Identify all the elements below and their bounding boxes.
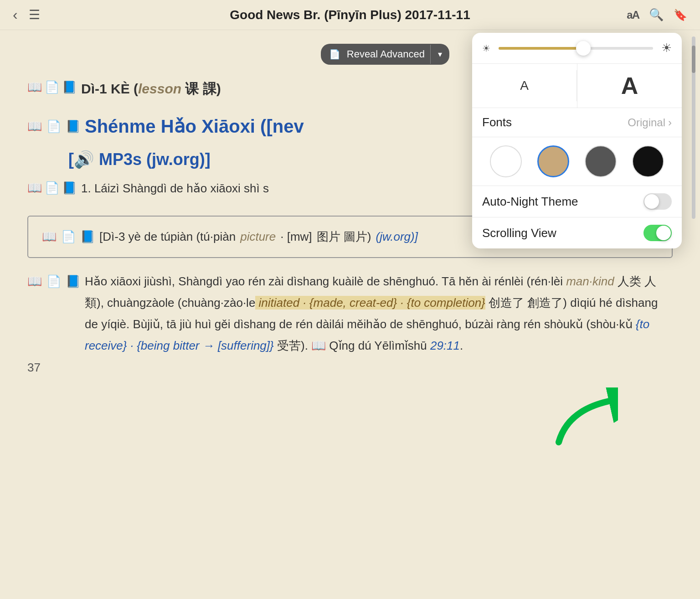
brightness-track[interactable] (499, 47, 653, 50)
para-text-5: . (460, 339, 463, 352)
para-page-icon: 📄 (46, 271, 61, 292)
para-text-4: ). 📖 Qǐng dú Yēlìmǐshū (301, 339, 427, 352)
box-book-icon: 📖 (42, 227, 57, 247)
theme-black-button[interactable] (632, 145, 664, 177)
auto-night-row: Auto-Night Theme (472, 186, 682, 217)
header-left: ‹ ☰ (13, 6, 40, 23)
book-icon-2: 📖 (27, 118, 42, 135)
list-button[interactable]: ☰ (29, 7, 40, 22)
reveal-dropdown-arrow[interactable]: ▾ (430, 45, 449, 64)
lesson-link[interactable]: lesson (138, 81, 181, 96)
para-highlight[interactable]: initiated · {made, creat-ed} · {to compl… (255, 296, 485, 310)
header-right: aA 🔍 🔖 (627, 8, 687, 22)
back-button[interactable]: ‹ (13, 6, 18, 23)
fonts-label: Fonts (482, 115, 512, 129)
auto-night-label: Auto-Night Theme (482, 195, 578, 209)
bookmark-button[interactable]: 🔖 (674, 9, 687, 21)
display-settings-popup: ☀ ☀ A A Fonts Original › Auto-Night Them… (472, 33, 682, 248)
fonts-row[interactable]: Fonts Original › (472, 108, 682, 137)
para-bible-ref[interactable]: 29:11 (427, 339, 460, 352)
auto-night-toggle[interactable] (643, 193, 672, 210)
search-button[interactable]: 🔍 (649, 8, 664, 22)
themes-row (472, 137, 682, 186)
para-link-1[interactable]: man·kind (563, 274, 614, 288)
paragraph-section: 📖 📄 📘 Hǎo xiāoxi jiùshì, Shàngdì yao rén… (27, 271, 673, 375)
fonts-arrow: › (668, 116, 672, 129)
auto-night-toggle-thumb (644, 194, 659, 209)
scrolling-view-toggle-thumb (656, 226, 671, 240)
scrollbar[interactable] (692, 36, 695, 219)
green-arrow-indicator (554, 387, 618, 453)
theme-dark-button[interactable] (585, 145, 617, 177)
reveal-advanced-button[interactable]: 📄 Reveal Advanced ▾ (321, 44, 449, 65)
font-decrease-button[interactable]: A (472, 70, 577, 101)
para-text: Hǎo xiāoxi jiùshì, Shàngdì yao rén zài d… (85, 271, 673, 356)
header: ‹ ☰ Good News Br. (Pīnyīn Plus) 2017-11-… (0, 0, 700, 30)
lesson-text: Dì-1 KÈ ( (81, 81, 138, 96)
font-increase-button[interactable]: A (577, 64, 682, 108)
item-text-1: 1. Láizì Shàngdì de hǎo xiāoxi shì s (81, 179, 269, 198)
brightness-thumb[interactable] (576, 41, 591, 56)
para-chars-2: 创造了 創造了 (485, 296, 563, 310)
box-link-word[interactable]: picture (240, 227, 276, 247)
page-icon-2: 📄 (46, 118, 61, 135)
row-icons: 📖 📄 📘 (27, 78, 77, 96)
box-mw: · [mw] (280, 227, 312, 247)
reveal-advanced-label: Reveal Advanced (344, 44, 427, 65)
page-number: 37 (27, 361, 673, 375)
box-blue-book-icon: 📘 (80, 227, 95, 247)
para-text-1: Hǎo xiāoxi jiùshì, Shàngdì yao rén zài d… (85, 274, 563, 288)
scrolling-view-label: Scrolling View (482, 226, 556, 240)
scrolling-view-toggle[interactable] (643, 225, 672, 241)
fonts-current-value: Original (628, 116, 665, 129)
row-icons-3: 📖 📄 📘 (27, 179, 77, 197)
scrollbar-thumb[interactable] (692, 46, 695, 73)
brightness-min-icon: ☀ (482, 43, 490, 54)
blue-book-icon-3: 📘 (62, 179, 77, 197)
book-icon-3: 📖 (27, 179, 42, 197)
header-title: Good News Br. (Pīnyīn Plus) 2017-11-11 (230, 8, 470, 22)
brightness-max-icon: ☀ (661, 41, 672, 55)
box-chars: 图片 圖片) (317, 227, 371, 247)
theme-sepia-button[interactable] (537, 145, 569, 177)
section-title: Shénme Hǎo Xiāoxi ([nev (85, 113, 304, 140)
book-icon: 📖 (27, 78, 42, 96)
box-jw-link[interactable]: (jw.org)] (376, 227, 417, 247)
blue-book-icon: 📘 (62, 78, 77, 96)
blue-book-icon-2: 📘 (66, 118, 80, 135)
section-sub[interactable]: [🔊 MP3s (jw.org)] (68, 150, 211, 169)
para-chars-3: 受苦 (274, 339, 301, 352)
box-page-icon: 📄 (61, 227, 76, 247)
scrolling-view-row: Scrolling View (472, 217, 682, 248)
page-icon: 📄 (45, 78, 59, 96)
font-size-row: A A (472, 64, 682, 108)
brightness-row: ☀ ☀ (472, 33, 682, 64)
lesson-chars: 课 課) (181, 81, 221, 96)
theme-white-button[interactable] (490, 145, 522, 177)
para-book-icon: 📖 (27, 271, 42, 292)
box-text: [Dì-3 yè de túpiàn (tú·piàn (99, 227, 236, 247)
brightness-fill (499, 47, 583, 50)
para-blue-book-icon: 📘 (66, 271, 80, 292)
lesson-title: Dì-1 KÈ (lesson 课 課) (81, 78, 221, 99)
para-text-2: ), chuàngzàole (chuàng·zào·le (97, 296, 255, 310)
fonts-value: Original › (628, 116, 672, 129)
page-icon-3: 📄 (45, 179, 59, 197)
font-size-button[interactable]: aA (627, 9, 639, 21)
